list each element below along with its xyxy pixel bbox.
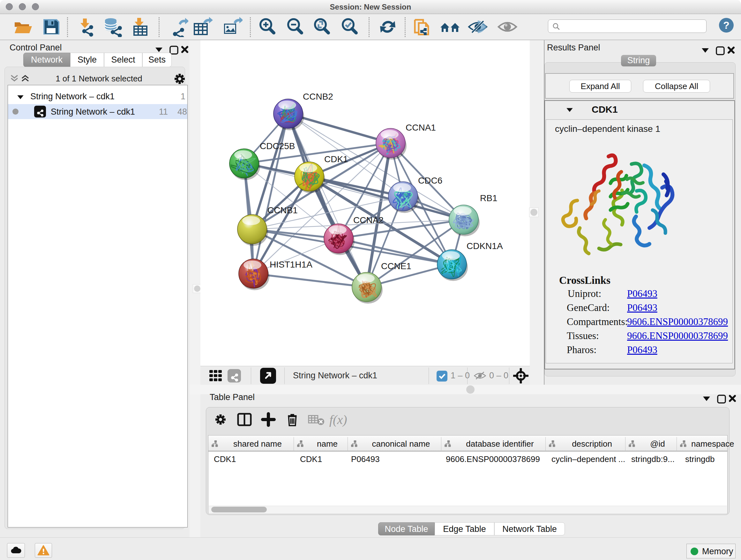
svg-text:CCNA2: CCNA2 bbox=[353, 215, 384, 225]
svg-text:CCNA1: CCNA1 bbox=[406, 123, 436, 132]
svg-text:RB1: RB1 bbox=[480, 193, 497, 203]
svg-text:CDK1: CDK1 bbox=[324, 154, 348, 164]
svg-text:CDC6: CDC6 bbox=[418, 176, 442, 186]
svg-text:CCNB1: CCNB1 bbox=[267, 205, 298, 215]
svg-text:CDC25B: CDC25B bbox=[260, 141, 295, 151]
svg-text:CCNE1: CCNE1 bbox=[381, 261, 411, 271]
svg-text:CCNB2: CCNB2 bbox=[303, 91, 333, 102]
svg-text:HIST1H1A: HIST1H1A bbox=[270, 260, 313, 269]
svg-text:CDKN1A: CDKN1A bbox=[467, 241, 503, 251]
